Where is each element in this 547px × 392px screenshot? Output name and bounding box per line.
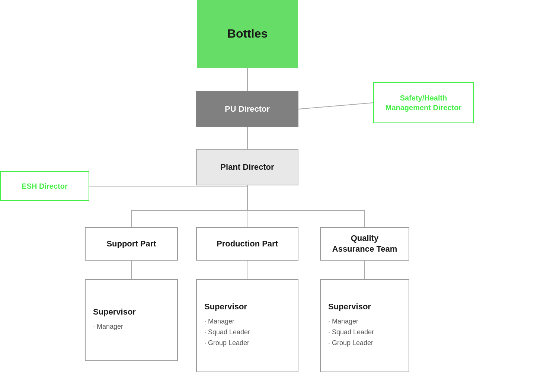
pu-director-node: PU Director (196, 91, 298, 127)
esh-director-node: ESH Director (0, 171, 89, 201)
support-part-node: Support Part (85, 227, 178, 261)
production-item-1: · Manager (204, 318, 290, 325)
plant-director-label: Plant Director (220, 162, 274, 173)
production-bottom-content: Supervisor · Manager · Squad Leader · Gr… (197, 294, 298, 357)
esh-label: ESH Director (22, 181, 67, 191)
quality-assurance-node: QualityAssurance Team (320, 227, 409, 261)
bottles-label: Bottles (227, 26, 268, 42)
support-item-1: · Manager (93, 323, 170, 331)
quality-item-3: · Group Leader (328, 339, 401, 347)
quality-supervisor-title: Supervisor (328, 302, 401, 312)
quality-bottom-content: Supervisor · Manager · Squad Leader · Gr… (321, 294, 409, 357)
safety-node: Safety/HealthManagement Director (373, 82, 474, 123)
pu-director-label: PU Director (225, 104, 270, 115)
safety-label: Safety/HealthManagement Director (386, 93, 462, 112)
quality-bottom-node: Supervisor · Manager · Squad Leader · Gr… (320, 279, 409, 372)
support-bottom-node: Supervisor · Manager (85, 279, 178, 361)
production-part-node: Production Part (196, 227, 298, 261)
support-supervisor-title: Supervisor (93, 307, 170, 317)
production-part-label: Production Part (217, 239, 278, 249)
quality-item-2: · Squad Leader (328, 328, 401, 336)
svg-line-1 (298, 103, 373, 109)
support-part-label: Support Part (106, 239, 156, 249)
production-bottom-node: Supervisor · Manager · Squad Leader · Gr… (196, 279, 298, 372)
production-item-3: · Group Leader (204, 339, 290, 347)
production-supervisor-title: Supervisor (204, 302, 290, 312)
org-chart: Bottles PU Director Safety/HealthManagem… (0, 0, 547, 392)
plant-director-node: Plant Director (196, 149, 298, 185)
support-bottom-content: Supervisor · Manager (86, 300, 177, 341)
quality-assurance-label: QualityAssurance Team (332, 233, 397, 254)
quality-item-1: · Manager (328, 318, 401, 325)
bottles-node: Bottles (197, 0, 298, 68)
production-item-2: · Squad Leader (204, 328, 290, 336)
